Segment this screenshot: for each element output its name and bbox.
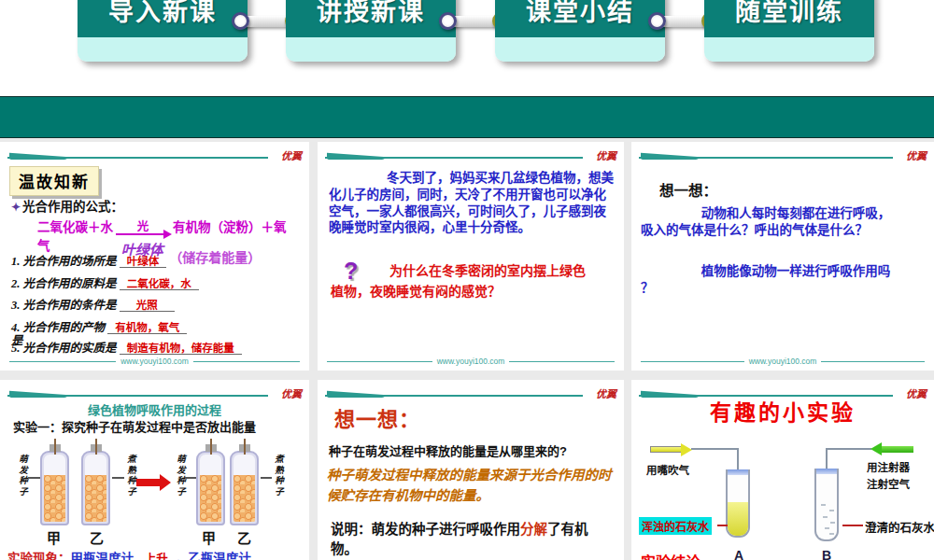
slide-thumb-review[interactable]: 优翼 温故知新 ✦光合作用的公式： 二氧化碳＋水 光 有机物（淀粉）＋氧 气 1… <box>0 142 309 371</box>
glass-pipe-icon <box>691 448 739 470</box>
answer-blank: 光照 <box>120 300 175 312</box>
tube-b-label: B <box>822 548 831 560</box>
reaction-arrow-icon: 光 <box>116 221 170 236</box>
scenario-paragraph: 冬天到了，妈妈买来几盆绿色植物，想美化儿子的房间，同时，天冷了不用开窗也可以净化… <box>329 170 618 236</box>
inject-air-label: 用注射器 注射空气 <box>867 460 910 494</box>
slide-thumb-scenario[interactable]: 优翼 冬天到了，妈妈买来几盆绿色植物，想美化儿子的房间，同时，天冷了不用开窗也可… <box>318 142 624 371</box>
slide-header: 优翼 <box>7 151 302 164</box>
slide-footer: www.youyi100.com <box>641 357 925 366</box>
youyi-logo: 优翼 <box>281 385 302 400</box>
formula-heading: ✦光合作用的公式： <box>11 196 123 215</box>
observation-line: 实验现象：甲瓶温度计 上升，乙瓶温度计 <box>7 548 251 560</box>
thermos-flask-icon <box>81 451 110 525</box>
germinating-seeds-label: 萌发种子 <box>174 455 187 497</box>
answer-overlay: 叶绿体 <box>121 239 163 259</box>
slide-header: 优翼 <box>325 389 616 402</box>
answer-blank: 制造有机物，储存能量 <box>120 343 242 355</box>
youyi-logo: 优翼 <box>596 385 616 400</box>
think-title: 想一想： <box>334 402 420 432</box>
review-badge: 温故知新 <box>9 166 99 196</box>
think-question-2: 植物能像动物一样进行呼吸作用吗？ <box>641 263 895 297</box>
nav-tab-lesson-intro[interactable]: 导入新课 <box>78 0 248 62</box>
green-inject-arrow-icon <box>882 446 913 453</box>
energy-question: 种子在萌发过程中释放的能量是从哪里来的? <box>329 441 620 459</box>
think-title: 想一想： <box>659 179 717 200</box>
jar-label-yi: 乙 <box>237 527 251 547</box>
glass-pipe-icon <box>826 448 871 470</box>
youyi-logo: 优翼 <box>906 147 927 162</box>
youyi-logo: 优翼 <box>596 147 616 162</box>
test-tube-a-icon <box>726 469 750 538</box>
clear-liquid-icon <box>821 504 826 506</box>
test-tube-b-icon <box>814 469 839 541</box>
teal-divider-band <box>0 96 934 138</box>
experiment-title: 绿色植物呼吸作用的过程 <box>0 400 309 418</box>
nav-tab-label: 随堂训练 <box>735 0 843 37</box>
fun-experiment-title: 有趣的小实验 <box>631 395 934 427</box>
thermos-flask-icon <box>40 451 69 525</box>
boiled-seeds-label: 煮熟种子 <box>124 455 137 497</box>
jar-label-jia: 甲 <box>47 527 61 547</box>
boiled-seeds-label: 煮熟种子 <box>272 455 285 497</box>
review-item: 5. 光合作用的实质是 制造有机物，储存能量 <box>11 338 242 356</box>
footer-url: www.youyi100.com <box>437 357 505 366</box>
footer-url: www.youyi100.com <box>749 357 817 366</box>
slide-thumb-seed-experiment[interactable]: 优翼 绿色植物呼吸作用的过程 实验一：探究种子在萌发过程中是否放出能量 萌发种子… <box>0 380 309 560</box>
tube-a-label: A <box>734 548 743 560</box>
clear-limewater-label: 澄清的石灰水 <box>865 518 934 536</box>
germinating-seeds-label: 萌发种子 <box>16 455 29 497</box>
footer-url: www.youyi100.com <box>120 357 189 366</box>
review-item: 3. 光合作用的条件是 光照 <box>11 295 175 313</box>
nav-tab-lesson-summary[interactable]: 课堂小结 <box>495 0 665 62</box>
answer-blank: 上升 <box>137 553 176 560</box>
experiment-subtitle: 实验一：探究种子在萌发过程中是否放出能量 <box>13 417 256 435</box>
slide-header: 优翼 <box>639 151 927 164</box>
blow-air-label: 用嘴吹气 <box>646 462 689 477</box>
slide-header: 优翼 <box>325 151 616 164</box>
presentation-viewer: 导入新课 讲授新课 课堂小结 随堂训练 <box>0 0 934 560</box>
seeds-icon <box>200 475 221 522</box>
pointer-line <box>842 525 863 526</box>
thermos-flask-icon <box>196 451 225 525</box>
slide-thumb-limewater-experiment[interactable]: 优翼 有趣的小实验 用嘴吹气 浑浊的石灰水 用注射器 注射空气 澄清的石灰水 实… <box>631 380 934 560</box>
scenario-question: 为什么在冬季密闭的室内摆上绿色植物，夜晚睡觉有闷的感觉？ <box>331 261 594 301</box>
jar-label-yi: 乙 <box>90 527 104 547</box>
photosynthesis-formula: 二氧化碳＋水 光 有机物（淀粉）＋氧 <box>37 217 287 235</box>
answer-blank: 有机物，氧气 <box>107 322 187 334</box>
nav-tab-lesson-drill[interactable]: 随堂训练 <box>704 0 874 62</box>
seeds-icon <box>44 475 65 522</box>
diamond-bullet-icon: ✦ <box>11 201 21 214</box>
thermos-flask-icon <box>230 451 259 525</box>
yellow-blow-arrow-icon <box>650 446 682 453</box>
seeds-icon <box>85 475 106 522</box>
red-arrow-icon <box>136 479 161 486</box>
nav-tab-lesson-teach[interactable]: 讲授新课 <box>286 0 456 62</box>
review-item: 2. 光合作用的原料是 二氧化碳，水 <box>11 273 199 291</box>
cloudy-liquid-icon <box>728 502 748 536</box>
nav-tab-label: 导入新课 <box>108 0 217 37</box>
answer-blank: 二氧化碳，水 <box>120 278 199 290</box>
think-question-1: 动物和人每时每刻都在进行呼吸，吸入的气体是什么？呼出的气体是什么？ <box>641 205 893 239</box>
energy-answer: 种子萌发过程中释放的能量来源于光合作用的时候贮存在有机物中的能量。 <box>327 466 620 507</box>
explanation-note: 说明：萌发的种子进行呼吸作用分解了有机物。 <box>331 520 613 559</box>
nav-tab-label: 讲授新课 <box>317 0 425 37</box>
cloudy-limewater-label: 浑浊的石灰水 <box>639 517 712 535</box>
seeds-icon <box>234 475 255 522</box>
pointer-line <box>717 525 728 526</box>
nav-tab-label: 课堂小结 <box>526 0 634 37</box>
slide-thumb-think-energy[interactable]: 优翼 想一想： 种子在萌发过程中释放的能量是从哪里来的? 种子萌发过程中释放的能… <box>318 380 624 560</box>
slide-footer: www.youyi100.com <box>9 357 300 366</box>
answer-note: （储存着能量） <box>169 251 261 265</box>
chapter-nav: 导入新课 讲授新课 课堂小结 随堂训练 <box>0 0 934 96</box>
slide-thumb-think-breathing[interactable]: 优翼 想一想： 动物和人每时每刻都在进行呼吸，吸入的气体是什么？呼出的气体是什么… <box>631 142 934 371</box>
conclusion-label: 实验结论 <box>641 550 700 560</box>
review-item: 1. 光合作用的场所是 叶绿体 叶绿体 （储存着能量） <box>11 247 261 269</box>
slide-footer: www.youyi100.com <box>327 357 615 366</box>
highlight-term: 分解 <box>520 522 547 537</box>
jar-label-jia: 甲 <box>202 527 216 547</box>
review-item: 4. 光合作用的产物 有机物，氧气 <box>11 317 187 335</box>
youyi-logo: 优翼 <box>281 147 302 162</box>
